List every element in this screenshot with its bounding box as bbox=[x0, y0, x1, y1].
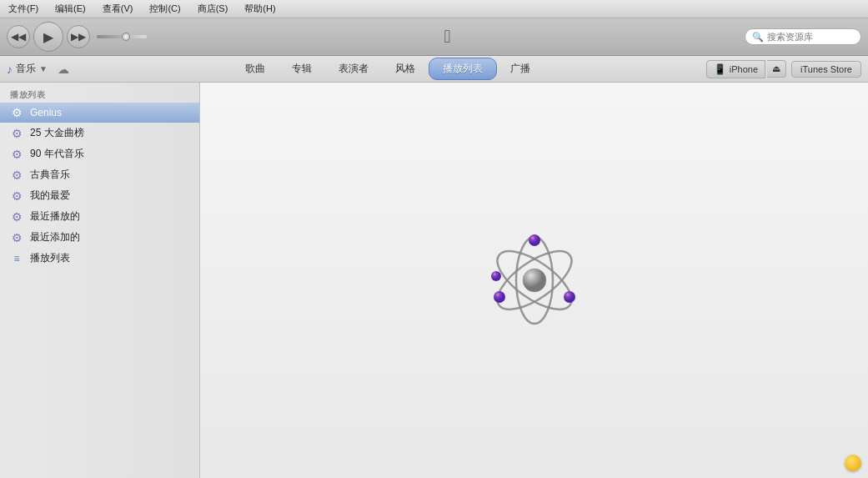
iphone-label: iPhone bbox=[730, 64, 758, 74]
itunes-store-button[interactable]: iTunes Store bbox=[791, 61, 861, 78]
sidebar-label-classical: 古典音乐 bbox=[30, 168, 70, 182]
eject-icon: ⏏ bbox=[772, 63, 780, 73]
toolbar: ◀◀ ▶ ▶▶  🔍 bbox=[0, 18, 868, 56]
sidebar-item-favorites[interactable]: ⚙ 我的最爱 bbox=[0, 185, 199, 206]
sidebar-item-recently-played[interactable]: ⚙ 最近播放的 bbox=[0, 206, 199, 227]
tab-artists[interactable]: 表演者 bbox=[325, 58, 382, 79]
gear-icon-top25: ⚙ bbox=[10, 127, 23, 140]
sidebar-label-playlist: 播放列表 bbox=[30, 251, 70, 265]
center-display:  bbox=[153, 26, 741, 48]
iphone-button[interactable]: 📱 iPhone bbox=[706, 60, 765, 78]
svg-point-4 bbox=[494, 291, 505, 303]
gear-icon-recently-added: ⚙ bbox=[10, 231, 23, 244]
sidebar-section-label: 播放列表 bbox=[0, 86, 199, 103]
search-icon: 🔍 bbox=[752, 32, 764, 43]
content-area bbox=[200, 83, 868, 478]
svg-point-6 bbox=[491, 271, 501, 281]
library-label: 音乐 bbox=[16, 62, 36, 76]
nav-bar: ♪ 音乐 ▼ ☁ 歌曲 专辑 表演者 风格 播放列表 广播 📱 iPhone ⏏… bbox=[0, 56, 868, 83]
tab-playlists[interactable]: 播放列表 bbox=[429, 58, 497, 80]
back-button[interactable]: ◀◀ bbox=[7, 25, 30, 48]
library-section: ♪ 音乐 ▼ bbox=[7, 62, 48, 76]
sidebar-item-top25[interactable]: ⚙ 25 大金曲榜 bbox=[0, 123, 199, 143]
sidebar-item-classical[interactable]: ⚙ 古典音乐 bbox=[0, 164, 199, 185]
menu-help[interactable]: 帮助(H) bbox=[241, 1, 278, 17]
genius-atom-logo bbox=[476, 222, 593, 339]
svg-point-7 bbox=[523, 269, 546, 292]
menu-file[interactable]: 文件(F) bbox=[5, 1, 42, 17]
menu-bar: 文件(F) 编辑(E) 查看(V) 控制(C) 商店(S) 帮助(H) bbox=[0, 0, 868, 18]
menu-edit[interactable]: 编辑(E) bbox=[52, 1, 89, 17]
volume-knob bbox=[122, 33, 130, 41]
gear-icon-genius: ⚙ bbox=[10, 106, 23, 119]
menu-store[interactable]: 商店(S) bbox=[194, 1, 232, 17]
list-icon-playlist: ≡ bbox=[10, 253, 23, 264]
gear-icon-90s: ⚙ bbox=[10, 148, 23, 161]
main-content: 播放列表 ⚙ Genius ⚙ 25 大金曲榜 ⚙ 90 年代音乐 ⚙ 古典音乐… bbox=[0, 83, 868, 478]
sidebar-item-playlist[interactable]: ≡ 播放列表 bbox=[0, 248, 199, 269]
menu-view[interactable]: 查看(V) bbox=[99, 1, 137, 17]
tab-songs[interactable]: 歌曲 bbox=[232, 58, 278, 79]
sidebar-label-favorites: 我的最爱 bbox=[30, 189, 70, 203]
sidebar-item-recently-added[interactable]: ⚙ 最近添加的 bbox=[0, 227, 199, 248]
search-input[interactable] bbox=[767, 32, 854, 42]
sidebar-label-recently-played: 最近播放的 bbox=[30, 209, 80, 224]
nav-right: 📱 iPhone ⏏ iTunes Store bbox=[706, 60, 861, 78]
corner-decoration bbox=[845, 455, 861, 471]
tab-radio[interactable]: 广播 bbox=[497, 58, 544, 79]
play-button[interactable]: ▶ bbox=[33, 22, 63, 52]
library-dropdown-button[interactable]: ▼ bbox=[39, 64, 48, 73]
gear-icon-classical: ⚙ bbox=[10, 169, 23, 182]
gear-icon-recently-played: ⚙ bbox=[10, 210, 23, 224]
search-area: 🔍 bbox=[745, 28, 861, 45]
svg-point-3 bbox=[529, 234, 540, 246]
tab-genres[interactable]: 风格 bbox=[382, 58, 429, 79]
eject-button[interactable]: ⏏ bbox=[767, 60, 786, 78]
nav-tabs: 歌曲 专辑 表演者 风格 播放列表 广播 bbox=[69, 58, 706, 80]
sidebar-label-recently-added: 最近添加的 bbox=[30, 230, 80, 244]
sidebar-item-90s[interactable]: ⚙ 90 年代音乐 bbox=[0, 143, 199, 164]
tab-albums[interactable]: 专辑 bbox=[278, 58, 325, 79]
menu-controls[interactable]: 控制(C) bbox=[146, 1, 183, 17]
volume-slider[interactable] bbox=[97, 35, 147, 38]
forward-button[interactable]: ▶▶ bbox=[67, 25, 90, 48]
apple-logo-icon:  bbox=[444, 26, 450, 48]
sidebar-item-genius[interactable]: ⚙ Genius bbox=[0, 103, 199, 123]
music-icon: ♪ bbox=[7, 63, 13, 76]
sidebar-label-genius: Genius bbox=[30, 107, 62, 118]
svg-point-5 bbox=[564, 291, 575, 303]
iphone-icon: 📱 bbox=[714, 63, 726, 75]
gear-icon-favorites: ⚙ bbox=[10, 189, 23, 203]
icloud-icon: ☁ bbox=[58, 63, 69, 76]
sidebar: 播放列表 ⚙ Genius ⚙ 25 大金曲榜 ⚙ 90 年代音乐 ⚙ 古典音乐… bbox=[0, 83, 200, 478]
sidebar-label-top25: 25 大金曲榜 bbox=[30, 126, 84, 140]
sidebar-label-90s: 90 年代音乐 bbox=[30, 147, 84, 161]
